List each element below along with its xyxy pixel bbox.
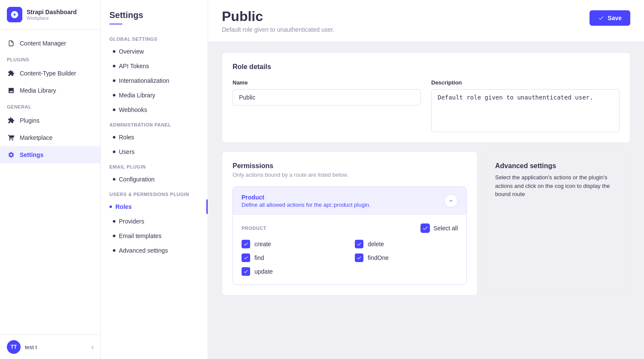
settings-item-label: Media Library [119,92,155,99]
app-name: Strapi Dashboard [27,9,77,15]
perm-item-update: update [242,267,345,276]
sidebar-item-content-manager[interactable]: Content Manager [0,35,100,52]
plugins-section-label: PLUGINS [0,52,100,65]
permissions-subtitle: Only actions bound by a route are listed… [233,172,467,178]
admin-panel-label: Administration Panel [101,117,208,130]
collapse-product-button[interactable] [444,194,458,208]
check-icon [243,241,248,247]
settings-item-label: Advanced settings [119,247,168,254]
sidebar-item-media-library[interactable]: Media Library [0,82,100,99]
perm-item-find: find [242,253,345,262]
description-input[interactable]: Default role given to unauthenticated us… [431,89,620,132]
settings-item-email-templates[interactable]: Email templates [101,229,208,243]
settings-item-users[interactable]: Users [101,145,208,159]
global-settings-label: Global Settings [101,31,208,44]
perm-label-delete: delete [368,241,384,247]
settings-item-api-tokens[interactable]: API Tokens [101,59,208,73]
sidebar-item-settings[interactable]: Settings [0,146,100,163]
user-name: test t [25,344,87,350]
checkbox-update[interactable] [242,267,250,276]
bullet-icon [113,235,115,237]
product-name: Product [242,194,371,201]
bullet-icon [113,79,115,82]
bullet-icon [113,220,115,223]
settings-item-overview[interactable]: Overview [101,44,208,59]
advanced-settings-panel: Advanced settings Select the application… [484,151,630,296]
sidebar-item-label: Plugins [20,117,39,124]
settings-item-media-library[interactable]: Media Library [101,88,208,103]
select-all-checkbox[interactable] [420,223,430,233]
settings-item-label: Users [119,148,135,155]
settings-item-label: API Tokens [119,63,149,69]
perm-label-create: create [254,241,271,247]
settings-item-roles[interactable]: Roles [101,130,208,145]
settings-divider [109,24,122,24]
description-group: Description Default role given to unauth… [431,79,620,132]
sidebar-item-plugins[interactable]: Plugins [0,112,100,129]
sidebar-item-label: Media Library [20,87,56,94]
role-details-card: Role details Name Description Default ro… [222,52,630,143]
check-icon [243,255,248,260]
image-icon [7,86,15,95]
check-icon [598,15,604,21]
checkbox-find[interactable] [242,253,250,262]
check-icon [357,241,362,247]
sidebar-nav: Content Manager PLUGINS Content-Type Bui… [0,30,100,335]
perm-item-delete: delete [355,240,458,248]
permissions-grid: create delete [242,240,458,276]
product-header: Product Define all allowed actions for t… [233,187,466,215]
settings-panel: Settings Global Settings Overview API To… [101,0,208,359]
sidebar-header: Strapi Dashboard Workplace [0,0,100,30]
perm-label-findone: findOne [368,254,389,261]
sidebar-item-marketplace[interactable]: Marketplace [0,129,100,146]
check-icon [422,225,428,231]
sidebar-item-label: Marketplace [20,134,52,141]
settings-item-providers[interactable]: Providers [101,214,208,229]
cart-icon [7,133,15,142]
avatar: TT [7,340,21,354]
bullet-icon [113,178,115,181]
page-title: Public [222,9,334,24]
save-button[interactable]: Save [590,10,630,26]
select-all-label: Select all [433,225,458,232]
settings-item-roles-perm[interactable]: Roles [101,199,208,214]
permissions-title: Permissions [233,162,467,170]
email-plugin-label: Email Plugin [101,159,208,172]
bullet-icon [113,136,115,139]
perm-label-find: find [254,254,264,261]
main-body: Role details Name Description Default ro… [208,42,644,359]
perm-label-update: update [254,268,273,275]
check-icon [243,269,248,274]
sidebar-item-label: Content-Type Builder [20,70,76,77]
gear-icon [7,151,15,159]
checkbox-delete[interactable] [355,240,363,248]
sidebar-item-content-type-builder[interactable]: Content-Type Builder [0,65,100,82]
save-button-label: Save [608,15,622,21]
settings-item-webhooks[interactable]: Webhooks [101,103,208,117]
perm-item-create: create [242,240,345,248]
check-icon [357,255,362,260]
bullet-icon [113,249,115,252]
settings-item-label: Roles [119,134,134,141]
settings-item-configuration[interactable]: Configuration [101,172,208,187]
settings-item-advanced-settings[interactable]: Advanced settings [101,243,208,258]
checkbox-findone[interactable] [355,253,363,262]
collapse-button[interactable]: ‹ [91,343,94,351]
settings-item-internationalization[interactable]: Internationalization [101,73,208,88]
settings-item-label: Email templates [119,232,162,239]
page-subtitle: Default role given to unauthenticated us… [222,26,334,33]
advanced-settings-title: Advanced settings [495,162,620,170]
bullet-icon [113,65,115,67]
settings-item-label: Webhooks [119,106,147,113]
bullet-icon [109,205,112,208]
name-input[interactable] [233,89,421,106]
settings-panel-title: Settings [101,0,208,24]
app-subtitle: Workplace [27,15,77,21]
app-logo [7,7,22,22]
product-col-label: PRODUCT [242,226,266,231]
role-details-title: Role details [233,63,620,71]
bullet-icon [113,94,115,97]
main-content: Public Default role given to unauthentic… [208,0,644,359]
sidebar: Strapi Dashboard Workplace Content Manag… [0,0,101,359]
checkbox-create[interactable] [242,240,250,248]
